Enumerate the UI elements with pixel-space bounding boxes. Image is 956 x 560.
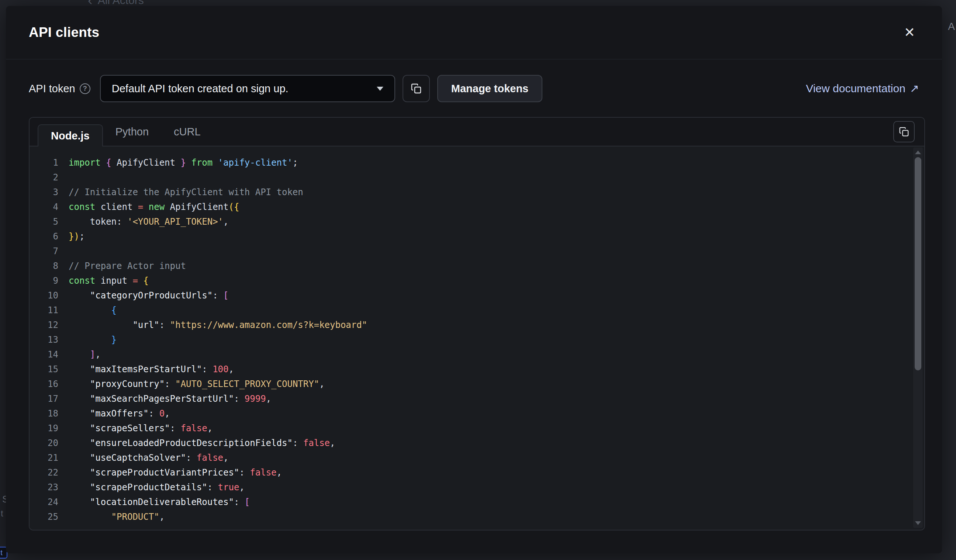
line-number: 5 <box>30 214 58 229</box>
code-line: "scrapeProductDetails": true, <box>69 480 367 495</box>
manage-tokens-label: Manage tokens <box>451 83 529 95</box>
copy-icon <box>410 83 422 94</box>
view-documentation-label: View documentation <box>806 82 906 95</box>
code-line: import { ApifyClient } from 'apify-clien… <box>69 155 367 170</box>
scroll-down-button[interactable] <box>915 518 921 528</box>
line-number: 6 <box>30 229 58 244</box>
line-number: 16 <box>30 377 58 392</box>
code-panel: Node.jsPythoncURL 1234567891011121314151… <box>29 117 925 530</box>
code-line: token: '<YOUR_API_TOKEN>', <box>69 214 367 229</box>
line-number: 17 <box>30 392 58 406</box>
scroll-up-button[interactable] <box>915 148 921 157</box>
code-line: const client = new ApifyClient({ <box>69 200 367 214</box>
code-line: "scrapeSellers": false, <box>69 421 367 436</box>
line-number: 15 <box>30 362 58 377</box>
line-number: 18 <box>30 406 58 421</box>
code-line: const input = { <box>69 273 367 288</box>
line-number: 2 <box>30 170 58 185</box>
code-line: "categoryOrProductUrls": [ <box>69 288 367 303</box>
code-line <box>69 170 367 185</box>
copy-icon <box>898 126 909 137</box>
code-line: "url": "https://www.amazon.com/s?k=keybo… <box>69 318 367 332</box>
code-line: "ensureLoadedProductDescriptionFields": … <box>69 436 367 450</box>
code-line: "locationDeliverableRoutes": [ <box>69 495 367 510</box>
code-line: "proxyCountry": "AUTO_SELECT_PROXY_COUNT… <box>69 377 367 392</box>
code-lines: import { ApifyClient } from 'apify-clien… <box>58 155 367 530</box>
line-numbers: 1234567891011121314151617181920212223242… <box>30 155 58 530</box>
manage-tokens-button[interactable]: Manage tokens <box>437 75 543 102</box>
tab-python[interactable]: Python <box>103 118 161 146</box>
code-line: "PRODUCT", <box>69 510 367 524</box>
line-number: 19 <box>30 421 58 436</box>
background-fragment: t <box>1 508 3 519</box>
line-number: 25 <box>30 510 58 524</box>
line-number: 1 <box>30 155 58 170</box>
code-line: "maxItemsPerStartUrl": 100, <box>69 362 367 377</box>
line-number: 13 <box>30 332 58 347</box>
code-line: // Prepare Actor input <box>69 259 367 273</box>
copy-code-button[interactable] <box>893 121 915 142</box>
code-line: ], <box>69 347 367 362</box>
code-tabs: Node.jsPythoncURL <box>30 118 924 146</box>
api-token-row: API token ? Default API token created on… <box>29 75 919 102</box>
triangle-down-icon <box>915 521 921 525</box>
line-number: 20 <box>30 436 58 450</box>
line-number: 14 <box>30 347 58 362</box>
code-line: "maxOffers": 0, <box>69 406 367 421</box>
line-number: 7 <box>30 244 58 259</box>
line-number: 3 <box>30 185 58 200</box>
line-number: 23 <box>30 480 58 495</box>
chevron-down-icon <box>377 87 384 91</box>
code-line: } <box>69 332 367 347</box>
code-line: "useCaptchaSolver": false, <box>69 450 367 465</box>
line-number: 10 <box>30 288 58 303</box>
line-number: 21 <box>30 450 58 465</box>
tab-nodejs[interactable]: Node.js <box>38 124 103 146</box>
code-line: "maxSearchPagesPerStartUrl": 9999, <box>69 392 367 406</box>
page-title: API clients <box>29 25 99 40</box>
line-number: 11 <box>30 303 58 318</box>
scrollbar-thumb[interactable] <box>915 157 921 370</box>
close-button[interactable]: ✕ <box>900 23 919 42</box>
code-line: // Initialize the ApifyClient with API t… <box>69 185 367 200</box>
tab-curl[interactable]: cURL <box>161 118 213 146</box>
line-number: 12 <box>30 318 58 332</box>
close-icon: ✕ <box>904 25 915 40</box>
code-scrollbar[interactable] <box>913 148 923 528</box>
modal-header: API clients ✕ <box>6 6 942 60</box>
scrollbar-track[interactable] <box>913 157 923 518</box>
view-documentation-link[interactable]: View documentation ↗ <box>806 82 919 95</box>
api-token-selected-value: Default API token created on sign up. <box>112 83 289 95</box>
code-editor: 1234567891011121314151617181920212223242… <box>30 146 924 530</box>
line-number: 24 <box>30 495 58 510</box>
line-number: 9 <box>30 273 58 288</box>
code-line: { <box>69 303 367 318</box>
line-number: 8 <box>30 259 58 273</box>
chevron-left-icon: ‹ <box>88 0 93 6</box>
line-number: 22 <box>30 465 58 480</box>
api-clients-modal: API clients ✕ API token ? Default API to… <box>6 6 942 553</box>
code-line: "scrapeProductVariantPrices": false, <box>69 465 367 480</box>
background-fragment: A <box>948 20 955 33</box>
copy-token-button[interactable] <box>403 75 430 102</box>
external-link-icon: ↗ <box>910 83 919 94</box>
api-token-select[interactable]: Default API token created on sign up. <box>100 75 395 102</box>
triangle-up-icon <box>915 151 921 154</box>
line-number: 4 <box>30 200 58 214</box>
code-line: }); <box>69 229 367 244</box>
help-icon[interactable]: ? <box>80 83 90 94</box>
code-line <box>69 244 367 259</box>
api-token-label: API token <box>29 83 75 95</box>
